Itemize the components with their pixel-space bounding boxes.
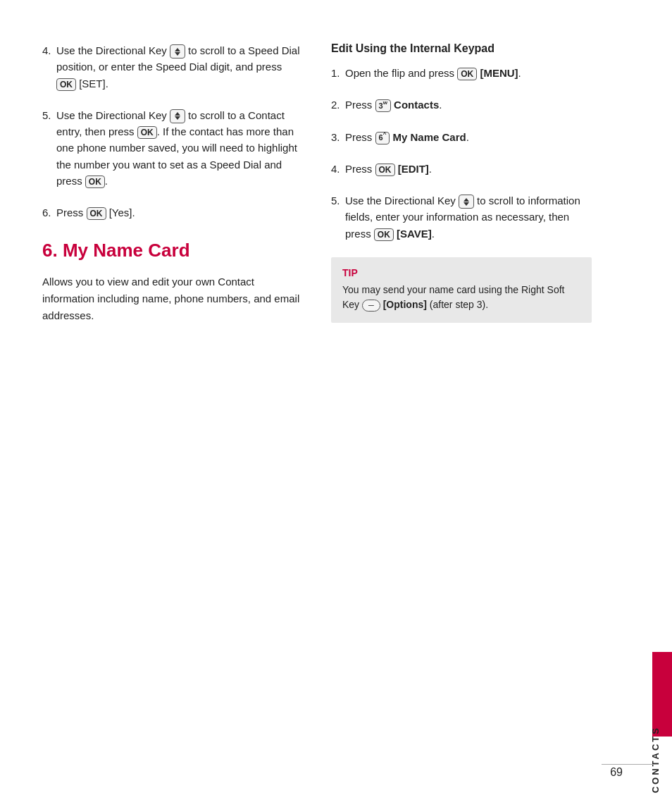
- right-column: Edit Using the Internal Keypad 1. Open t…: [331, 42, 592, 765]
- right-step-5-save: [SAVE].: [397, 228, 435, 240]
- step-5-body: Use the Directional Key to scroll to a C…: [56, 107, 303, 189]
- ok-key-5b: OK: [85, 175, 105, 188]
- directional-key-icon: [170, 44, 185, 58]
- right-step-3-body: Press 6^ My Name Card.: [345, 129, 592, 145]
- step-6: 6. Press OK [Yes].: [42, 204, 303, 221]
- edit-keypad-section: Edit Using the Internal Keypad 1. Open t…: [331, 42, 592, 323]
- step-4-set-label: [SET].: [79, 78, 108, 90]
- right-step-4-edit: [EDIT].: [398, 163, 432, 175]
- my-name-card-description: Allows you to view and edit your own Con…: [42, 273, 303, 324]
- num-key-6: 6^: [375, 132, 390, 144]
- sidebar: CONTACTS: [638, 0, 672, 807]
- right-step-1: 1. Open the flip and press OK [MENU].: [331, 65, 592, 81]
- step-5-num: 5.: [42, 107, 56, 123]
- ok-key-set: OK: [56, 78, 76, 91]
- right-step-5-num: 5.: [331, 192, 345, 209]
- right-step-4-num: 4.: [331, 161, 345, 177]
- edit-keypad-title: Edit Using the Internal Keypad: [331, 42, 592, 55]
- ok-key-save: OK: [374, 228, 394, 241]
- right-step-1-num: 1.: [331, 65, 345, 81]
- tip-label: TIP: [342, 267, 580, 278]
- sidebar-label: CONTACTS: [650, 722, 661, 793]
- tip-options-label: [Options]: [383, 299, 427, 310]
- ok-key-yes: OK: [87, 207, 106, 220]
- right-step-4-body: Press OK [EDIT].: [345, 161, 592, 177]
- tip-text: You may send your name card using the Ri…: [342, 283, 580, 313]
- tip-box: TIP You may send your name card using th…: [331, 257, 592, 323]
- ok-key-5: OK: [137, 126, 157, 139]
- right-step-2-num: 2.: [331, 97, 345, 113]
- right-step-2-contacts: Contacts.: [394, 99, 442, 111]
- right-step-3-num: 3.: [331, 129, 345, 145]
- page-number: 69: [610, 766, 623, 779]
- right-step-1-label: [MENU].: [480, 67, 521, 79]
- step-4: 4. Use the Directional Key to scroll to …: [42, 42, 303, 92]
- directional-key-icon-3: [459, 195, 474, 209]
- right-step-4: 4. Press OK [EDIT].: [331, 161, 592, 177]
- right-step-2-body: Press 3w Contacts.: [345, 97, 592, 113]
- ok-key-edit: OK: [375, 164, 395, 176]
- tip-text-after: (after step 3).: [430, 299, 488, 310]
- my-name-card-title: 6. My Name Card: [42, 236, 303, 264]
- directional-key-icon-2: [170, 109, 185, 123]
- step-6-num: 6.: [42, 204, 56, 221]
- my-name-card-section: 6. My Name Card Allows you to view and e…: [42, 236, 303, 324]
- right-step-1-body: Open the flip and press OK [MENU].: [345, 65, 592, 81]
- right-soft-key-icon: ─: [362, 300, 380, 312]
- right-step-5-body: Use the Directional Key to scroll to inf…: [345, 192, 592, 242]
- right-step-3: 3. Press 6^ My Name Card.: [331, 129, 592, 145]
- hr-divider: [602, 764, 658, 765]
- right-step-3-mynamecard: My Name Card.: [392, 131, 468, 143]
- left-column: 4. Use the Directional Key to scroll to …: [42, 42, 303, 765]
- step-6-body: Press OK [Yes].: [56, 204, 303, 221]
- edit-keypad-steps: 1. Open the flip and press OK [MENU]. 2.: [331, 65, 592, 242]
- step-5: 5. Use the Directional Key to scroll to …: [42, 107, 303, 189]
- page-content: 4. Use the Directional Key to scroll to …: [0, 0, 672, 807]
- right-step-2: 2. Press 3w Contacts.: [331, 97, 592, 113]
- ok-key-menu: OK: [457, 68, 477, 80]
- right-step-5: 5. Use the Directional Key to scroll to: [331, 192, 592, 242]
- main-content: 4. Use the Directional Key to scroll to …: [0, 0, 638, 807]
- num-key-3: 3w: [375, 99, 391, 112]
- step-6-yes-label: [Yes].: [109, 207, 135, 218]
- step-4-num: 4.: [42, 42, 56, 58]
- step-4-body: Use the Directional Key to scroll to a S…: [56, 42, 303, 92]
